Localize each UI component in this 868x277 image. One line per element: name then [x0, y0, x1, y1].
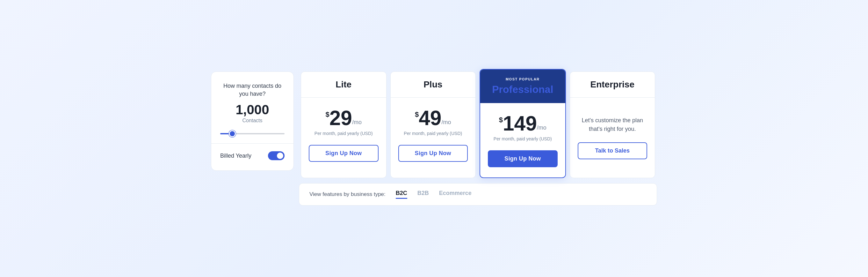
- plan-card-plus: Plus $ 49 /mo Per month, paid yearly (US…: [390, 72, 476, 178]
- plan-card-enterprise: Enterprise Let's customize the plan that…: [570, 72, 655, 178]
- contacts-slider[interactable]: [220, 133, 284, 134]
- price-row-professional: $ 149 /mo: [499, 113, 547, 134]
- billed-row: Billed Yearly: [220, 151, 284, 160]
- plan-header-lite: Lite: [301, 72, 386, 98]
- price-dollar-professional: $: [499, 116, 503, 124]
- plan-card-lite: Lite $ 29 /mo Per month, paid yearly (US…: [301, 72, 386, 178]
- price-dollar-plus: $: [415, 110, 419, 119]
- contacts-panel: How many contacts do you have? 1,000 Con…: [211, 72, 294, 171]
- feature-tab-ecommerce[interactable]: Ecommerce: [439, 190, 472, 199]
- plans-wrapper: Lite $ 29 /mo Per month, paid yearly (US…: [299, 72, 657, 205]
- billed-yearly-toggle[interactable]: [268, 151, 284, 160]
- feature-tab-b2b[interactable]: B2B: [417, 190, 429, 199]
- most-popular-badge: MOST POPULAR: [487, 77, 559, 81]
- price-note-professional: Per month, paid yearly (USD): [494, 136, 552, 141]
- feature-tab-b2c[interactable]: B2C: [396, 190, 407, 199]
- features-tabs: B2C B2B Ecommerce: [396, 190, 472, 199]
- toggle-slider: [268, 151, 284, 160]
- plan-name-enterprise: Enterprise: [577, 80, 649, 90]
- contacts-question: How many contacts do you have?: [220, 82, 284, 98]
- price-amount-plus: 49: [419, 108, 441, 128]
- billed-label: Billed Yearly: [220, 153, 251, 159]
- plan-body-lite: $ 29 /mo Per month, paid yearly (USD) Si…: [301, 98, 386, 178]
- plans-row: Lite $ 29 /mo Per month, paid yearly (US…: [299, 72, 657, 178]
- price-amount-professional: 149: [503, 113, 537, 134]
- plan-name-lite: Lite: [308, 80, 380, 90]
- plan-body-plus: $ 49 /mo Per month, paid yearly (USD) Si…: [391, 98, 476, 178]
- features-bar-label: View features by business type:: [309, 191, 385, 197]
- signup-button-lite[interactable]: Sign Up Now: [309, 145, 378, 162]
- features-bar: View features by business type: B2C B2B …: [299, 183, 657, 205]
- signup-button-professional[interactable]: Sign Up Now: [488, 150, 558, 167]
- plan-card-professional: MOST POPULAR Professional $ 149 /mo Per …: [479, 69, 566, 178]
- signup-button-plus[interactable]: Sign Up Now: [398, 145, 468, 162]
- price-period-lite: /mo: [352, 119, 362, 126]
- contacts-slider-container: [220, 130, 284, 136]
- plan-body-professional: $ 149 /mo Per month, paid yearly (USD) S…: [480, 103, 565, 177]
- plan-name-professional: Professional: [487, 84, 559, 95]
- plan-header-professional: MOST POPULAR Professional: [480, 70, 565, 103]
- contacts-count: 1,000: [220, 103, 284, 116]
- price-period-plus: /mo: [441, 119, 451, 126]
- plan-body-enterprise: Let's customize the plan that's right fo…: [570, 98, 655, 178]
- price-row-plus: $ 49 /mo: [415, 108, 451, 128]
- price-dollar-lite: $: [326, 110, 330, 119]
- plan-header-enterprise: Enterprise: [570, 72, 655, 98]
- price-note-lite: Per month, paid yearly (USD): [314, 131, 373, 136]
- enterprise-description: Let's customize the plan that's right fo…: [578, 116, 648, 133]
- plan-header-plus: Plus: [391, 72, 476, 98]
- talk-to-sales-button[interactable]: Talk to Sales: [578, 142, 648, 159]
- pricing-container: How many contacts do you have? 1,000 Con…: [211, 72, 657, 205]
- price-period-professional: /mo: [537, 124, 547, 131]
- price-row-lite: $ 29 /mo: [326, 108, 362, 128]
- price-note-plus: Per month, paid yearly (USD): [404, 131, 462, 136]
- price-amount-lite: 29: [330, 108, 352, 128]
- plan-name-plus: Plus: [397, 80, 469, 90]
- contacts-label: Contacts: [220, 118, 284, 123]
- divider: [211, 143, 293, 144]
